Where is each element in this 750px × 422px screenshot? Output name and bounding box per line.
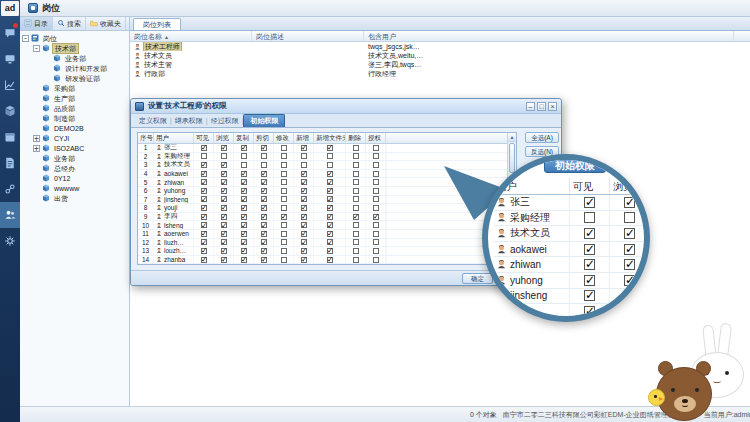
permission-checkbox[interactable] bbox=[201, 239, 207, 245]
permission-checkbox[interactable] bbox=[221, 205, 227, 211]
tab-initial-permissions[interactable]: 初始权限 bbox=[243, 114, 285, 127]
perm-column-header[interactable]: 浏览 bbox=[214, 133, 234, 143]
tree-node[interactable]: -岗位 bbox=[20, 33, 129, 43]
permission-checkbox[interactable] bbox=[373, 179, 379, 185]
permission-checkbox[interactable] bbox=[353, 162, 359, 168]
tree-node[interactable]: 业务部 bbox=[20, 153, 129, 163]
tree-node[interactable]: 0Y12 bbox=[20, 173, 129, 183]
column-header[interactable]: 岗位描述 bbox=[252, 31, 364, 41]
close-button[interactable]: × bbox=[548, 102, 557, 111]
link-icon[interactable] bbox=[0, 176, 20, 202]
perm-column-header[interactable]: 新增文件夹 bbox=[314, 133, 346, 143]
permission-checkbox[interactable] bbox=[281, 231, 287, 237]
explorer-tab-list[interactable]: 目录 bbox=[20, 17, 53, 30]
permission-checkbox[interactable] bbox=[221, 162, 227, 168]
collapse-icon[interactable]: - bbox=[33, 45, 40, 52]
permission-checkbox[interactable] bbox=[301, 162, 307, 168]
permission-checkbox[interactable] bbox=[201, 214, 207, 220]
dialog-tab[interactable]: 继承权限 bbox=[172, 115, 206, 127]
permission-checkbox[interactable] bbox=[241, 205, 247, 211]
permission-checkbox[interactable] bbox=[353, 231, 359, 237]
permission-checkbox[interactable] bbox=[261, 214, 267, 220]
dialog-tab[interactable]: 定义权限 bbox=[136, 115, 170, 127]
permission-checkbox[interactable] bbox=[241, 214, 247, 220]
settings-icon[interactable] bbox=[0, 228, 20, 254]
dialog-tab[interactable]: 经过权限 bbox=[208, 115, 242, 127]
tree-node[interactable]: 品质部 bbox=[20, 103, 129, 113]
permission-checkbox[interactable] bbox=[301, 145, 307, 151]
permission-checkbox[interactable] bbox=[241, 239, 247, 245]
cube-icon[interactable] bbox=[0, 98, 20, 124]
permission-checkbox[interactable] bbox=[373, 188, 379, 194]
permission-checkbox[interactable] bbox=[327, 153, 333, 159]
permission-checkbox[interactable] bbox=[281, 179, 287, 185]
perm-column-header[interactable]: 修改 bbox=[274, 133, 294, 143]
permission-checkbox[interactable] bbox=[221, 239, 227, 245]
permission-checkbox[interactable] bbox=[373, 162, 379, 168]
position-row[interactable]: 技术工程师 twqs_jsgcs,jsk… bbox=[130, 42, 750, 51]
perm-column-header[interactable]: 复制 bbox=[234, 133, 254, 143]
permission-checkbox[interactable] bbox=[281, 196, 287, 202]
permission-checkbox[interactable] bbox=[281, 248, 287, 254]
perm-column-header[interactable]: 新增 bbox=[294, 133, 314, 143]
calendar-icon[interactable] bbox=[0, 124, 20, 150]
permission-checkbox[interactable] bbox=[301, 222, 307, 228]
tree-node[interactable]: 业务部 bbox=[20, 53, 129, 63]
permission-checkbox[interactable] bbox=[327, 257, 333, 263]
perm-column-header[interactable]: 序号 bbox=[138, 133, 154, 143]
permission-checkbox[interactable] bbox=[373, 171, 379, 177]
permission-checkbox[interactable] bbox=[221, 231, 227, 237]
permission-checkbox[interactable] bbox=[281, 171, 287, 177]
permission-checkbox[interactable] bbox=[373, 231, 379, 237]
position-row[interactable]: 技术文员 技术文员,weitu,… bbox=[130, 51, 750, 60]
permission-row[interactable]: 11 aoerwen bbox=[138, 230, 516, 239]
permission-checkbox[interactable] bbox=[281, 205, 287, 211]
permission-checkbox[interactable] bbox=[221, 179, 227, 185]
permission-checkbox[interactable] bbox=[201, 248, 207, 254]
permission-checkbox[interactable] bbox=[301, 196, 307, 202]
permission-checkbox[interactable] bbox=[261, 222, 267, 228]
permission-checkbox[interactable] bbox=[261, 179, 267, 185]
permission-checkbox[interactable] bbox=[301, 171, 307, 177]
permission-checkbox[interactable] bbox=[241, 171, 247, 177]
permission-checkbox[interactable] bbox=[327, 248, 333, 254]
permission-checkbox[interactable] bbox=[327, 162, 333, 168]
permission-checkbox[interactable] bbox=[281, 214, 287, 220]
permission-checkbox[interactable] bbox=[327, 188, 333, 194]
permission-checkbox[interactable] bbox=[261, 188, 267, 194]
permission-checkbox[interactable] bbox=[373, 239, 379, 245]
permission-checkbox[interactable] bbox=[353, 222, 359, 228]
permission-checkbox[interactable] bbox=[373, 222, 379, 228]
permission-checkbox[interactable] bbox=[373, 257, 379, 263]
permission-checkbox[interactable] bbox=[327, 145, 333, 151]
scroll-up-icon[interactable]: ▲ bbox=[508, 133, 516, 142]
minimize-button[interactable]: – bbox=[526, 102, 535, 111]
tree-node[interactable]: 研发验证部 bbox=[20, 73, 129, 83]
permission-checkbox[interactable] bbox=[221, 196, 227, 202]
perm-column-header[interactable]: 可见 bbox=[194, 133, 214, 143]
permission-checkbox[interactable] bbox=[281, 153, 287, 159]
tree-node[interactable]: 采购部 bbox=[20, 83, 129, 93]
permission-checkbox[interactable] bbox=[301, 188, 307, 194]
permission-checkbox[interactable] bbox=[281, 257, 287, 263]
permission-row[interactable]: 14 zhanba bbox=[138, 256, 516, 265]
permission-checkbox[interactable] bbox=[201, 257, 207, 263]
ok-button[interactable]: 确定 bbox=[462, 273, 493, 284]
desktop-icon[interactable] bbox=[0, 46, 20, 72]
permission-checkbox[interactable] bbox=[201, 179, 207, 185]
permission-checkbox[interactable] bbox=[201, 162, 207, 168]
message-icon[interactable] bbox=[0, 20, 20, 46]
perm-column-header[interactable]: 授权 bbox=[366, 133, 386, 143]
permission-checkbox[interactable] bbox=[353, 248, 359, 254]
permission-checkbox[interactable] bbox=[353, 239, 359, 245]
permission-checkbox[interactable] bbox=[353, 145, 359, 151]
permission-checkbox[interactable] bbox=[301, 239, 307, 245]
permission-checkbox[interactable] bbox=[201, 171, 207, 177]
permission-checkbox[interactable] bbox=[241, 188, 247, 194]
permission-checkbox[interactable] bbox=[373, 214, 379, 220]
permission-checkbox[interactable] bbox=[353, 179, 359, 185]
permission-checkbox[interactable] bbox=[301, 248, 307, 254]
permission-checkbox[interactable] bbox=[241, 196, 247, 202]
permission-checkbox[interactable] bbox=[353, 171, 359, 177]
permission-checkbox[interactable] bbox=[373, 248, 379, 254]
